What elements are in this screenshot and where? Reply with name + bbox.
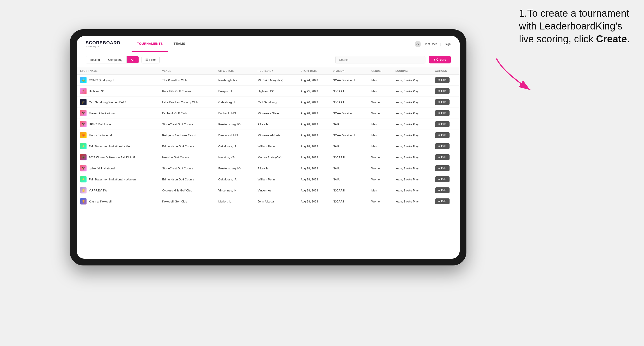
table-header-row: EVENT NAME VENUE CITY, STATE HOSTED BY S… xyxy=(76,67,460,75)
event-name-cell-3: 🦅 Maverick Invitational xyxy=(80,110,155,116)
instruction-box: 1.To create a tournament with Leaderboar… xyxy=(519,7,632,45)
cell-division-4: NAIA xyxy=(329,119,368,130)
filter-competing-button[interactable]: Competing xyxy=(104,56,127,63)
toolbar: Hosting Competing All ☰ Filter + Create xyxy=(76,52,460,67)
event-name-cell-9: ⚡ Fall Statesmen Invitational - Women xyxy=(80,176,155,182)
col-gender: GENDER xyxy=(368,67,392,75)
cell-scoring-1: team, Stroke Play xyxy=(392,86,432,97)
event-name-text-5: Morris Invitational xyxy=(89,134,112,137)
event-name-cell-5: 🦊 Morris Invitational xyxy=(80,132,155,138)
event-name-cell-10: 🌟 VU PREVIEW xyxy=(80,187,155,193)
edit-button-0[interactable]: ✏ Edit xyxy=(435,77,450,83)
edit-button-9[interactable]: ✏ Edit xyxy=(435,176,450,182)
cell-hosted-10: Vincennes xyxy=(254,185,297,196)
arrow-icon xyxy=(490,54,548,99)
table-row: 🦅 upike fall invitational StoneCrest Gol… xyxy=(76,163,460,174)
edit-button-5[interactable]: ✏ Edit xyxy=(435,132,450,138)
cell-city-8: Prestonsburg, KY xyxy=(215,163,254,174)
table-row: ⚡ Fall Statesmen Invitational - Men Edmu… xyxy=(76,141,460,152)
search-input[interactable] xyxy=(335,56,426,63)
cell-venue-2: Lake Bracken Country Club xyxy=(159,97,215,108)
table-row: 🎓 Carl Sandburg Women FA23 Lake Bracken … xyxy=(76,97,460,108)
sign-action[interactable]: Sign xyxy=(445,42,451,46)
instruction-text: 1.To create a tournament with Leaderboar… xyxy=(519,7,632,45)
event-name-text-8: upike fall invitational xyxy=(89,167,115,170)
cell-date-7: Aug 28, 2023 xyxy=(297,152,329,163)
filter-hosting-button[interactable]: Hosting xyxy=(86,56,104,63)
cell-scoring-8: team, Stroke Play xyxy=(392,163,432,174)
edit-button-10[interactable]: ✏ Edit xyxy=(435,187,450,193)
filter-all-button[interactable]: All xyxy=(127,56,138,63)
cell-division-11: NJCAA I xyxy=(329,196,368,207)
cell-city-4: Prestonsburg, KY xyxy=(215,119,254,130)
filter-advanced-button[interactable]: ☰ Filter xyxy=(142,56,160,63)
filter-icon: ☰ xyxy=(145,58,148,61)
cell-scoring-5: team, Stroke Play xyxy=(392,130,432,141)
cell-date-11: Aug 28, 2023 xyxy=(297,196,329,207)
cell-gender-2: Women xyxy=(368,97,392,108)
event-logo-0: ⛳ xyxy=(80,77,86,83)
create-button[interactable]: + Create xyxy=(429,56,451,63)
event-logo-2: 🎓 xyxy=(80,99,86,105)
cell-venue-5: Ruttger's Bay Lake Resort xyxy=(159,130,215,141)
cell-scoring-9: team, Stroke Play xyxy=(392,174,432,185)
cell-gender-11: Women xyxy=(368,196,392,207)
cell-city-0: Newburgh, NY xyxy=(215,75,254,86)
event-name-text-0: MSMC Qualifying 1 xyxy=(89,79,114,82)
cell-gender-8: Women xyxy=(368,163,392,174)
col-division: DIVISION xyxy=(329,67,368,75)
nav-tabs: TOURNAMENTS TEAMS xyxy=(132,36,191,52)
event-name-cell-7: 🐻 2023 Women's Hesston Fall Kickoff xyxy=(80,154,155,161)
table-row: 🌟 VU PREVIEW Cypress Hills Golf Club Vin… xyxy=(76,185,460,196)
cell-division-5: NCAA Division III xyxy=(329,130,368,141)
edit-button-8[interactable]: ✏ Edit xyxy=(435,165,450,171)
cell-event-name-5: 🦊 Morris Invitational xyxy=(76,130,159,141)
gear-icon[interactable]: ⚙ xyxy=(414,41,421,47)
cell-venue-7: Hesston Golf Course xyxy=(159,152,215,163)
cell-date-1: Aug 25, 2023 xyxy=(297,86,329,97)
cell-date-9: Aug 28, 2023 xyxy=(297,174,329,185)
edit-button-4[interactable]: ✏ Edit xyxy=(435,121,450,127)
edit-button-6[interactable]: ✏ Edit xyxy=(435,143,450,149)
cell-event-name-8: 🦅 upike fall invitational xyxy=(76,163,159,174)
tournaments-table: EVENT NAME VENUE CITY, STATE HOSTED BY S… xyxy=(76,67,460,207)
cell-gender-3: Women xyxy=(368,108,392,119)
user-label: Test User xyxy=(424,42,437,46)
nav-tab-tournaments[interactable]: TOURNAMENTS xyxy=(132,36,168,52)
cell-date-3: Aug 28, 2023 xyxy=(297,108,329,119)
edit-button-2[interactable]: ✏ Edit xyxy=(435,99,450,105)
cell-gender-9: Women xyxy=(368,174,392,185)
event-logo-9: ⚡ xyxy=(80,176,86,182)
cell-division-8: NAIA xyxy=(329,163,368,174)
cell-hosted-2: Carl Sandburg xyxy=(254,97,297,108)
event-logo-10: 🌟 xyxy=(80,187,86,193)
edit-button-7[interactable]: ✏ Edit xyxy=(435,154,450,160)
cell-division-2: NJCAA I xyxy=(329,97,368,108)
cell-gender-5: Men xyxy=(368,130,392,141)
cell-city-10: Vincennes, IN xyxy=(215,185,254,196)
event-logo-7: 🐻 xyxy=(80,154,86,161)
instruction-bold: Create xyxy=(596,33,627,44)
cell-event-name-3: 🦅 Maverick Invitational xyxy=(76,108,159,119)
nav-tab-teams[interactable]: TEAMS xyxy=(168,36,191,52)
table-row: 🦅 UPIKE Fall Invite StoneCrest Golf Cour… xyxy=(76,119,460,130)
cell-event-name-4: 🦅 UPIKE Fall Invite xyxy=(76,119,159,130)
header-right: ⚙ Test User | Sign xyxy=(414,41,451,47)
logo-sub: Powered by clippit xyxy=(86,45,120,48)
cell-actions-5: ✏ Edit xyxy=(432,130,460,141)
edit-button-3[interactable]: ✏ Edit xyxy=(435,110,450,116)
event-name-text-6: Fall Statesmen Invitational - Men xyxy=(89,145,131,148)
cell-city-9: Oskaloosa, IA xyxy=(215,174,254,185)
cell-gender-1: Men xyxy=(368,86,392,97)
cell-date-10: Aug 28, 2023 xyxy=(297,185,329,196)
event-name-cell-2: 🎓 Carl Sandburg Women FA23 xyxy=(80,99,155,105)
cell-venue-6: Edmundson Golf Course xyxy=(159,141,215,152)
col-event-name: EVENT NAME xyxy=(76,67,159,75)
cell-city-3: Faribault, MN xyxy=(215,108,254,119)
cell-actions-0: ✏ Edit xyxy=(432,75,460,86)
cell-hosted-0: Mt. Saint Mary (NY) xyxy=(254,75,297,86)
event-name-text-4: UPIKE Fall Invite xyxy=(89,123,111,126)
cell-venue-10: Cypress Hills Golf Club xyxy=(159,185,215,196)
edit-button-1[interactable]: ✏ Edit xyxy=(435,88,450,94)
edit-button-11[interactable]: ✏ Edit xyxy=(435,198,450,204)
